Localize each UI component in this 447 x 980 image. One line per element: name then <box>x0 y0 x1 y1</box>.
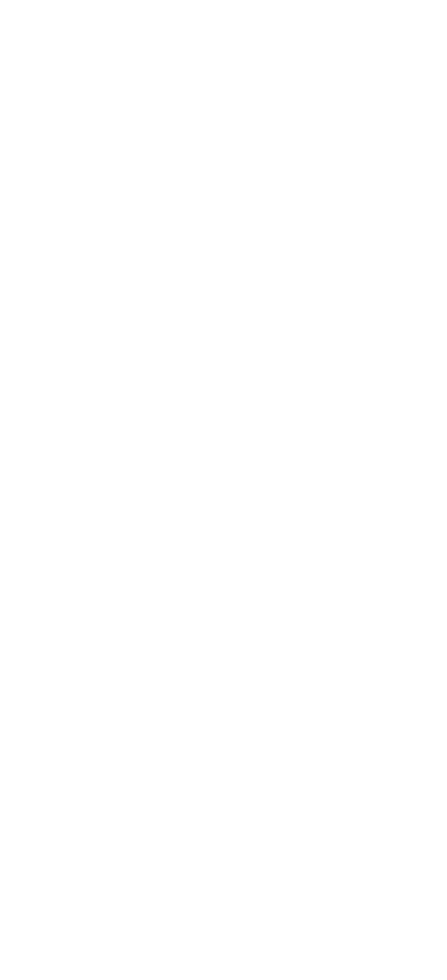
swimlane-diagram <box>0 0 447 980</box>
